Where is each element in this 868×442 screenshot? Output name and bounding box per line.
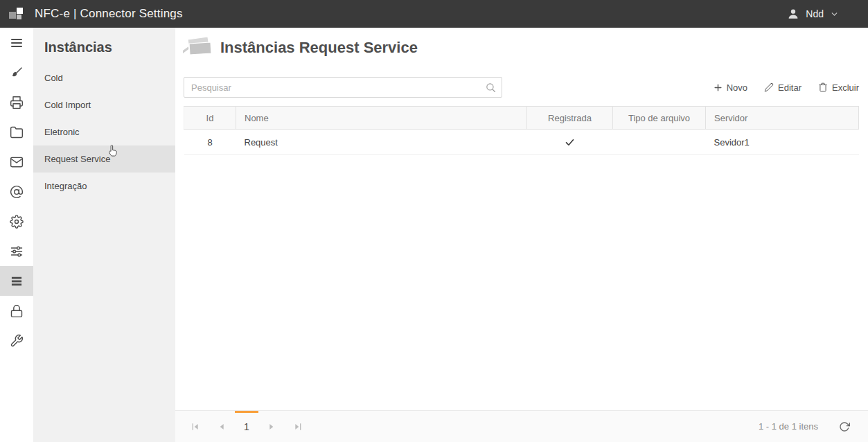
rows-icon [10,274,24,288]
sidebar-item-eletronic[interactable]: Eletronic [33,118,175,145]
plus-icon [714,83,723,92]
page-header-icon [179,33,215,62]
search-box [184,77,502,98]
previous-page-icon [216,421,227,432]
cell-id: 8 [184,130,236,155]
column-header-servidor[interactable]: Servidor [706,107,859,130]
gear-icon [10,215,24,229]
trash-icon [818,82,828,92]
rail-item-settings[interactable] [0,206,33,236]
pager: 1 1 - 1 de 1 itens [175,410,868,442]
content-area: Novo Editar Excluir [175,68,868,155]
new-button[interactable]: Novo [714,82,747,93]
edit-button[interactable]: Editar [764,82,801,93]
rail-item-menu[interactable] [0,28,33,58]
sidebar-item-integracao[interactable]: Integração [33,173,175,200]
cell-registrada [527,130,613,155]
sidebar-item-cold-import[interactable]: Cold Import [33,91,175,118]
topbar: NFC-e | Connector Settings Ndd [0,0,868,28]
user-menu[interactable]: Ndd [787,8,839,20]
sidebar-item-request-service[interactable]: Request Service [33,145,175,173]
pager-info: 1 - 1 de 1 itens [759,421,818,432]
rail-item-at[interactable] [0,177,33,206]
user-name: Ndd [806,8,824,19]
sidebar-title: Instâncias [33,28,175,64]
grid-header-row: Id Nome Registrada Tipo de arquivo Servi… [184,107,859,130]
grid-toolbar: Novo Editar Excluir [714,82,859,93]
brush-icon [10,66,24,80]
app-logo-icon [8,6,25,22]
first-page-icon [190,421,201,432]
printer-icon [10,96,24,109]
app-title: NFC-e | Connector Settings [35,7,183,21]
cell-tipo-de-arquivo [613,130,706,155]
next-page-button[interactable] [258,411,285,442]
cell-servidor: Sevidor1 [706,130,859,155]
new-button-label: Novo [727,82,747,93]
delete-button[interactable]: Excluir [818,82,859,93]
column-header-tipo-de-arquivo[interactable]: Tipo de arquivo [613,107,706,130]
rail-item-tools[interactable] [0,326,33,355]
mail-icon [10,155,24,169]
cell-nome: Request [236,130,527,155]
page-header: Instâncias Request Service [175,28,868,68]
wrench-icon [10,334,24,348]
delete-button-label: Excluir [832,82,859,93]
folder-icon [10,125,24,139]
check-icon [535,137,605,148]
icon-rail [0,28,33,442]
page-title: Instâncias Request Service [220,39,418,57]
last-page-button[interactable] [285,411,311,442]
rail-item-security[interactable] [0,296,33,326]
next-page-icon [266,421,277,432]
last-page-icon [292,421,303,432]
menu-icon [10,36,24,50]
refresh-icon[interactable] [839,421,850,432]
edit-icon [764,82,774,92]
rail-item-printer[interactable] [0,87,33,117]
chevron-down-icon [830,10,839,19]
search-input[interactable] [184,78,502,97]
main-content: Instâncias Request Service Novo [175,28,868,442]
rail-item-instances[interactable] [0,266,33,296]
page-number-current[interactable]: 1 [235,411,258,442]
instances-grid: Id Nome Registrada Tipo de arquivo Servi… [184,106,859,155]
table-row[interactable]: 8 Request Sevidor1 [184,130,859,155]
lock-icon [10,304,24,318]
sidebar: Instâncias Cold Cold Import Eletronic Re… [33,28,175,442]
first-page-button[interactable] [182,411,209,442]
at-sign-icon [10,185,24,199]
column-header-registrada[interactable]: Registrada [527,107,613,130]
rail-item-folder[interactable] [0,117,33,147]
search-icon[interactable] [485,82,497,94]
sliders-icon [10,245,24,258]
rail-item-sliders[interactable] [0,236,33,266]
column-header-nome[interactable]: Nome [236,107,527,130]
rail-item-mail[interactable] [0,147,33,177]
sidebar-item-cold[interactable]: Cold [33,64,175,91]
user-icon [787,8,799,20]
rail-item-brush[interactable] [0,58,33,87]
previous-page-button[interactable] [209,411,235,442]
column-header-id[interactable]: Id [184,107,236,130]
edit-button-label: Editar [778,82,801,93]
